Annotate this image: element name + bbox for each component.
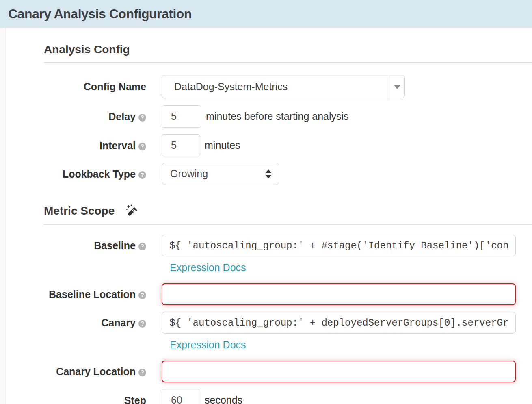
interval-input[interactable]: [162, 134, 200, 156]
delay-row: Delay? minutes before starting analysis: [7, 105, 532, 128]
modal-left-gutter: [0, 28, 6, 404]
baseline-location-row: Baseline Location?: [7, 283, 532, 305]
canary-input[interactable]: [162, 312, 516, 334]
canary-location-label: Canary Location?: [7, 361, 146, 378]
interval-label: Interval?: [7, 139, 146, 152]
delay-suffix: minutes before starting analysis: [206, 111, 349, 122]
step-input[interactable]: [162, 389, 200, 404]
delay-input[interactable]: [162, 105, 201, 128]
canary-location-row: Canary Location?: [7, 361, 532, 382]
modal-header: Canary Analysis Configuration: [0, 0, 532, 28]
config-name-label: Config Name: [7, 80, 146, 93]
section-title-analysis-config: Analysis Config: [44, 43, 532, 56]
interval-suffix: minutes: [205, 139, 240, 151]
baseline-label: Baseline?: [7, 235, 146, 252]
delay-label: Delay?: [7, 111, 146, 123]
section-title-metric-scope: Metric Scope: [44, 204, 532, 218]
section-divider: [44, 224, 532, 225]
lookback-type-value: Growing: [170, 168, 265, 180]
canary-label: Canary?: [7, 312, 146, 329]
baseline-location-label: Baseline Location?: [7, 283, 146, 300]
help-icon[interactable]: ?: [138, 320, 146, 328]
page-title: Canary Analysis Configuration: [8, 7, 192, 22]
help-icon[interactable]: ?: [138, 171, 146, 179]
step-label: Step: [7, 394, 146, 404]
modal-body: Analysis Config Config Name DataDog-Syst…: [7, 28, 532, 404]
canary-location-input[interactable]: [162, 361, 516, 382]
expression-docs-link[interactable]: Expression Docs: [170, 339, 246, 351]
config-name-select[interactable]: DataDog-System-Metrics: [162, 75, 405, 98]
dropdown-caret-icon[interactable]: [389, 75, 404, 98]
step-suffix: seconds: [205, 394, 242, 404]
analysis-config-heading: Analysis Config: [44, 43, 130, 56]
baseline-location-input[interactable]: [162, 283, 516, 305]
baseline-input[interactable]: [162, 235, 516, 256]
help-icon[interactable]: ?: [138, 369, 146, 376]
help-icon[interactable]: ?: [138, 243, 146, 250]
canary-row: Canary? Expression Docs: [7, 312, 532, 352]
metric-scope-heading: Metric Scope: [44, 204, 115, 217]
help-icon[interactable]: ?: [138, 114, 146, 122]
lookback-type-select[interactable]: Growing: [162, 163, 279, 185]
help-icon[interactable]: ?: [138, 291, 146, 299]
config-name-value: DataDog-System-Metrics: [162, 75, 389, 98]
interval-row: Interval? minutes: [7, 134, 532, 156]
expression-docs-link[interactable]: Expression Docs: [170, 262, 246, 274]
section-divider: [44, 62, 532, 63]
help-icon[interactable]: ?: [138, 143, 146, 150]
step-row: Step seconds: [7, 389, 532, 404]
magic-wand-icon[interactable]: [125, 204, 140, 218]
lookback-type-label: Lookback Type?: [7, 168, 146, 180]
config-name-row: Config Name DataDog-System-Metrics: [7, 75, 532, 98]
select-arrows-icon: [265, 169, 272, 178]
baseline-row: Baseline? Expression Docs: [7, 235, 532, 275]
lookback-type-row: Lookback Type? Growing: [7, 163, 532, 185]
